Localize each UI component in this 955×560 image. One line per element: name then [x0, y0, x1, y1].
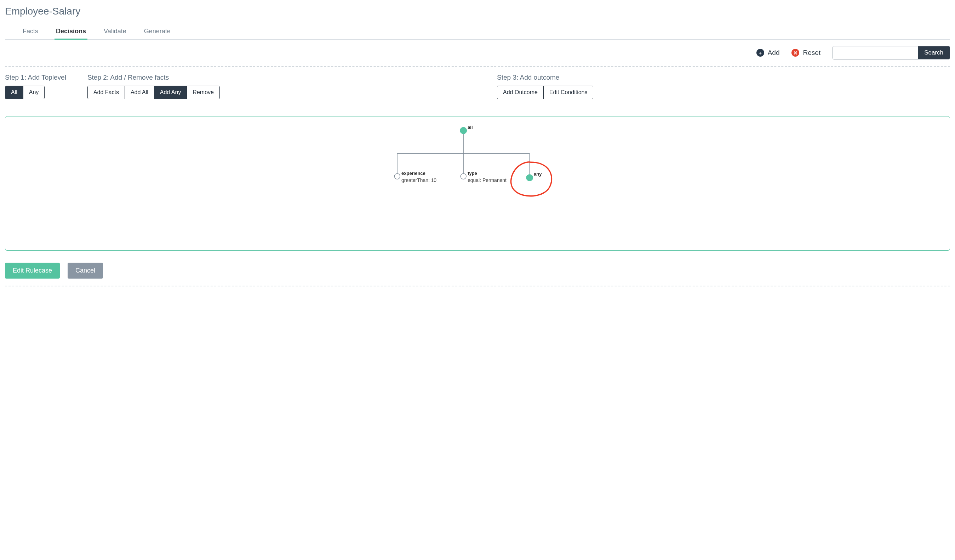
tab-decisions[interactable]: Decisions: [55, 25, 88, 40]
reset-button[interactable]: ✕ Reset: [791, 49, 820, 56]
reset-label: Reset: [803, 49, 820, 56]
toplevel-any-button[interactable]: Any: [23, 86, 45, 99]
step3-title: Step 3: Add outcome: [497, 74, 950, 81]
separator-bottom: [5, 286, 950, 286]
tree-node-experience[interactable]: experience greaterThan: 10: [395, 171, 437, 183]
step2-buttons: Add Facts Add All Add Any Remove: [88, 86, 220, 99]
search-input[interactable]: [833, 46, 918, 59]
tree-node-root-label: all: [468, 125, 473, 130]
page-title: Employee-Salary: [5, 6, 950, 17]
tree-node-root[interactable]: all: [460, 125, 473, 134]
add-facts-button[interactable]: Add Facts: [88, 86, 125, 99]
tree-node-label: experience: [401, 171, 426, 176]
svg-point-3: [526, 174, 533, 181]
svg-point-2: [460, 174, 466, 179]
remove-button[interactable]: Remove: [187, 86, 219, 99]
tree-node-any[interactable]: any: [511, 162, 552, 196]
step1-title: Step 1: Add Toplevel: [5, 74, 66, 81]
step3-buttons: Add Outcome Edit Conditions: [497, 86, 593, 99]
toplevel-all-button[interactable]: All: [5, 86, 23, 99]
edit-conditions-button[interactable]: Edit Conditions: [544, 86, 593, 99]
steps-row: Step 1: Add Toplevel All Any Step 2: Add…: [5, 67, 950, 102]
step2: Step 2: Add / Remove facts Add Facts Add…: [88, 74, 476, 99]
step1-buttons: All Any: [5, 86, 45, 99]
tree-node-sub: equal: Permanent: [468, 177, 507, 183]
footer-buttons: Edit Rulecase Cancel: [5, 263, 950, 278]
search-button[interactable]: Search: [918, 46, 950, 59]
step2-title: Step 2: Add / Remove facts: [88, 74, 476, 81]
add-button[interactable]: + Add: [756, 49, 780, 56]
tree-node-label: any: [534, 171, 542, 177]
close-icon: ✕: [791, 49, 799, 56]
step1: Step 1: Add Toplevel All Any: [5, 74, 66, 99]
toolbar: + Add ✕ Reset Search: [5, 40, 950, 66]
tree-node-type[interactable]: type equal: Permanent: [460, 171, 507, 183]
tree-node-label: type: [468, 171, 477, 176]
cancel-button[interactable]: Cancel: [67, 263, 103, 278]
tree-node-sub: greaterThan: 10: [401, 177, 437, 183]
tab-validate[interactable]: Validate: [102, 25, 128, 40]
add-all-button[interactable]: Add All: [125, 86, 154, 99]
svg-point-1: [395, 174, 400, 179]
edit-rulecase-button[interactable]: Edit Rulecase: [5, 263, 60, 278]
add-label: Add: [768, 49, 780, 56]
svg-point-0: [460, 127, 467, 134]
tab-generate[interactable]: Generate: [142, 25, 172, 40]
step3: Step 3: Add outcome Add Outcome Edit Con…: [497, 74, 950, 99]
tab-bar: Facts Decisions Validate Generate: [5, 25, 950, 40]
add-any-button[interactable]: Add Any: [154, 86, 187, 99]
search-wrap: Search: [833, 46, 950, 59]
add-outcome-button[interactable]: Add Outcome: [497, 86, 544, 99]
tab-facts[interactable]: Facts: [21, 25, 40, 40]
decision-tree-svg: all experience greaterThan: 10 type equa…: [5, 116, 950, 250]
plus-icon: +: [756, 49, 764, 56]
decision-canvas: all experience greaterThan: 10 type equa…: [5, 116, 950, 250]
